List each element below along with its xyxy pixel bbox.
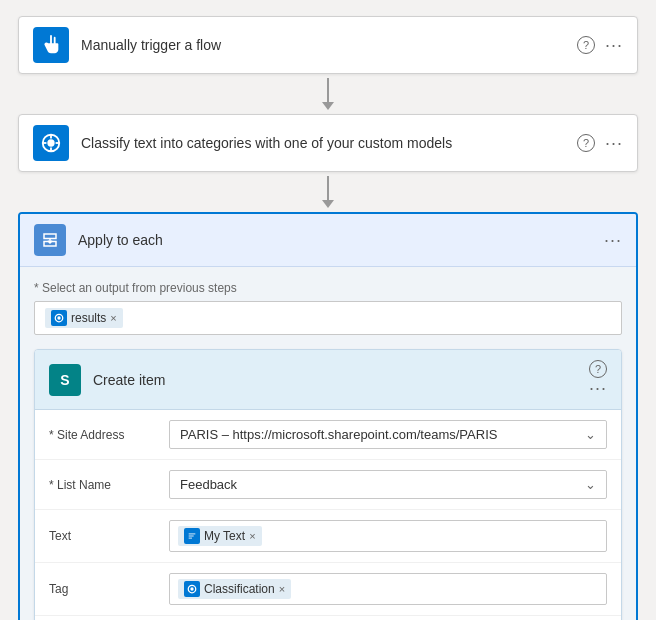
classify-more-icon[interactable]: ··· xyxy=(605,133,623,154)
classify-step: Classify text into categories with one o… xyxy=(18,114,638,172)
confidence-row: Confidence Score xyxy=(35,616,621,620)
results-chip: results × xyxy=(45,308,123,328)
loop-icon xyxy=(41,231,59,249)
svg-point-7 xyxy=(57,316,60,319)
classify-icon-box xyxy=(33,125,69,161)
arrow-2 xyxy=(322,172,334,212)
sharepoint-icon: S xyxy=(49,364,81,396)
output-tag-input[interactable]: results × xyxy=(34,301,622,335)
trigger-help-icon[interactable]: ? xyxy=(577,36,595,54)
my-text-chip: My Text × xyxy=(178,526,262,546)
classify-help-icon[interactable]: ? xyxy=(577,134,595,152)
list-name-label: * List Name xyxy=(49,478,169,492)
list-name-row: * List Name Feedback ⌄ xyxy=(35,460,621,510)
apply-each-title: Apply to each xyxy=(78,232,604,248)
text-label: Text xyxy=(49,529,169,543)
trigger-icon-box xyxy=(33,27,69,63)
my-text-chip-close[interactable]: × xyxy=(249,530,255,542)
flow-canvas: Manually trigger a flow ? ··· Classify t… xyxy=(16,16,640,620)
text-value[interactable]: My Text × xyxy=(169,520,607,552)
arrow-head-2 xyxy=(322,200,334,208)
create-item-header: S Create item ? ··· xyxy=(35,350,621,410)
tag-value[interactable]: Classification × xyxy=(169,573,607,605)
site-address-text: PARIS – https://microsoft.sharepoint.com… xyxy=(180,427,497,442)
arrow-head-1 xyxy=(322,102,334,110)
svg-point-1 xyxy=(47,139,54,146)
arrow-line-2 xyxy=(327,176,329,200)
create-item-help-icon[interactable]: ? xyxy=(589,360,607,378)
classification-chip: Classification × xyxy=(178,579,291,599)
classify-actions: ? ··· xyxy=(577,133,623,154)
select-output-label: * Select an output from previous steps xyxy=(34,281,622,295)
svg-rect-9 xyxy=(189,536,194,537)
trigger-actions: ? ··· xyxy=(577,35,623,56)
classification-icon xyxy=(187,584,197,594)
ai-icon xyxy=(40,132,62,154)
svg-point-12 xyxy=(190,587,193,590)
classify-title: Classify text into categories with one o… xyxy=(81,135,577,151)
tag-row: Tag xyxy=(35,563,621,616)
site-address-chevron: ⌄ xyxy=(585,427,596,442)
tag-label: Tag xyxy=(49,582,169,596)
trigger-step: Manually trigger a flow ? ··· xyxy=(18,16,638,74)
results-chip-label: results xyxy=(71,311,106,325)
tag-chip-field[interactable]: Classification × xyxy=(169,573,607,605)
create-item-card: S Create item ? ··· * Site Address xyxy=(34,349,622,620)
site-address-dropdown[interactable]: PARIS – https://microsoft.sharepoint.com… xyxy=(169,420,607,449)
classification-chip-close[interactable]: × xyxy=(279,583,285,595)
arrow-line-1 xyxy=(327,78,329,102)
text-chip-field[interactable]: My Text × xyxy=(169,520,607,552)
site-address-row: * Site Address PARIS – https://microsoft… xyxy=(35,410,621,460)
apply-each-header: Apply to each ··· xyxy=(20,214,636,267)
list-name-value[interactable]: Feedback ⌄ xyxy=(169,470,607,499)
trigger-title: Manually trigger a flow xyxy=(81,37,577,53)
svg-rect-8 xyxy=(189,534,196,535)
create-item-more-icon[interactable]: ··· xyxy=(589,378,607,399)
create-item-actions: ? ··· xyxy=(589,360,607,399)
results-chip-close[interactable]: × xyxy=(110,312,116,324)
text-row: Text xyxy=(35,510,621,563)
arrow-1 xyxy=(322,74,334,114)
create-item-body: * Site Address PARIS – https://microsoft… xyxy=(35,410,621,620)
apply-each-icon xyxy=(34,224,66,256)
apply-each-body: * Select an output from previous steps r… xyxy=(20,267,636,620)
site-address-value[interactable]: PARIS – https://microsoft.sharepoint.com… xyxy=(169,420,607,449)
apply-each-more-icon[interactable]: ··· xyxy=(604,230,622,251)
hand-icon xyxy=(40,34,62,56)
list-name-text: Feedback xyxy=(180,477,237,492)
results-chip-icon xyxy=(51,310,67,326)
site-address-label: * Site Address xyxy=(49,428,169,442)
results-icon xyxy=(54,313,64,323)
classification-chip-label: Classification xyxy=(204,582,275,596)
my-text-icon xyxy=(187,531,197,541)
create-item-title: Create item xyxy=(93,372,589,388)
list-name-dropdown[interactable]: Feedback ⌄ xyxy=(169,470,607,499)
svg-rect-10 xyxy=(189,538,192,539)
classification-chip-icon xyxy=(184,581,200,597)
my-text-chip-label: My Text xyxy=(204,529,245,543)
trigger-more-icon[interactable]: ··· xyxy=(605,35,623,56)
my-text-chip-icon xyxy=(184,528,200,544)
apply-each-container: Apply to each ··· * Select an output fro… xyxy=(18,212,638,620)
list-name-chevron: ⌄ xyxy=(585,477,596,492)
